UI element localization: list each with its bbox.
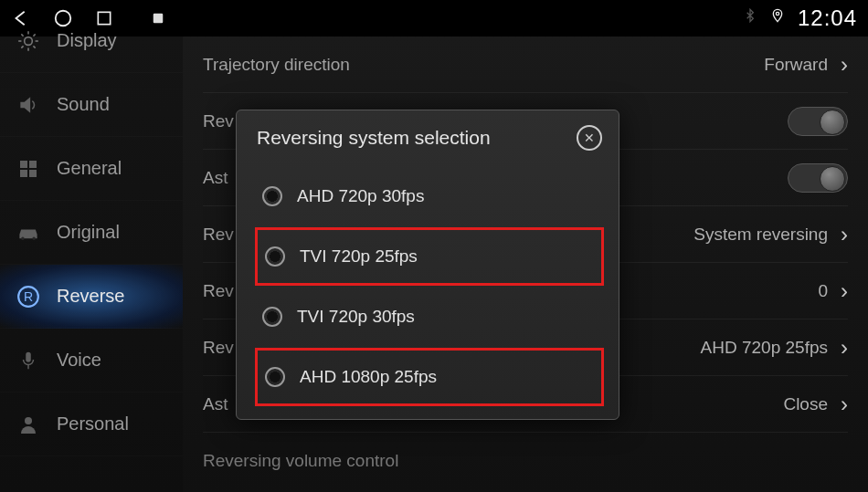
svg-line-11 xyxy=(21,46,23,47)
location-icon xyxy=(770,6,785,30)
option-label: AHD 720p 30fps xyxy=(297,186,424,206)
person-icon xyxy=(15,411,42,438)
sidebar-item-display[interactable]: Display xyxy=(0,9,183,73)
radio-option-tvi-720p-30fps[interactable]: TVI 720p 30fps xyxy=(257,284,602,350)
svg-point-18 xyxy=(32,236,36,240)
svg-point-17 xyxy=(21,236,25,240)
toggle-switch[interactable] xyxy=(788,163,848,193)
setting-value: System reversing xyxy=(693,225,828,245)
sidebar-item-label: General xyxy=(57,158,122,179)
setting-trajectory-direction[interactable]: Trajectory direction Forward › xyxy=(203,37,848,93)
close-button[interactable]: ✕ xyxy=(577,125,602,151)
chevron-right-icon: › xyxy=(841,392,848,417)
chevron-right-icon: › xyxy=(841,52,848,78)
setting-value: 0 xyxy=(818,281,828,301)
svg-line-10 xyxy=(33,46,35,47)
sidebar-item-general[interactable]: General xyxy=(0,137,183,201)
radio-icon xyxy=(265,246,285,267)
reversing-system-dialog: Reversing system selection ✕ AHD 720p 30… xyxy=(236,110,619,420)
grid-icon xyxy=(15,155,42,183)
reverse-icon: R xyxy=(15,283,42,310)
sidebar-item-label: Voice xyxy=(57,350,101,371)
svg-rect-21 xyxy=(26,351,31,361)
setting-value: Forward xyxy=(764,55,828,75)
sidebar-item-label: Original xyxy=(57,222,120,243)
chevron-right-icon: › xyxy=(841,278,848,304)
svg-rect-13 xyxy=(20,161,27,168)
car-icon xyxy=(15,219,42,246)
chevron-right-icon: › xyxy=(841,222,848,247)
svg-line-12 xyxy=(33,34,35,36)
setting-label: Trajectory direction xyxy=(203,55,764,75)
sidebar-item-original[interactable]: Original xyxy=(0,201,183,265)
radio-option-tvi-720p-25fps[interactable]: TVI 720p 25fps xyxy=(255,227,604,286)
brightness-icon xyxy=(15,27,42,55)
sidebar-item-label: Personal xyxy=(57,413,129,434)
sidebar-item-personal[interactable]: Personal xyxy=(0,393,183,456)
setting-value: AHD 720p 25fps xyxy=(701,338,828,358)
svg-line-9 xyxy=(21,34,23,36)
toggle-switch[interactable] xyxy=(788,107,848,136)
dialog-title: Reversing system selection xyxy=(257,127,577,149)
svg-rect-14 xyxy=(29,161,37,168)
option-label: TVI 720p 25fps xyxy=(300,246,418,267)
sidebar-item-label: Display xyxy=(57,30,117,51)
sidebar-item-label: Reverse xyxy=(57,286,124,307)
svg-point-23 xyxy=(25,417,32,424)
option-label: AHD 1080p 25fps xyxy=(300,367,437,387)
setting-value: Close xyxy=(783,394,828,414)
setting-label: Reversing volume control xyxy=(203,451,848,471)
radio-icon xyxy=(265,367,285,387)
sidebar-item-voice[interactable]: Voice xyxy=(0,329,183,393)
svg-point-4 xyxy=(25,37,33,45)
svg-text:R: R xyxy=(24,289,33,304)
radio-option-ahd-1080p-25fps[interactable]: AHD 1080p 25fps xyxy=(255,348,604,406)
chevron-right-icon: › xyxy=(841,335,848,361)
sidebar-item-reverse[interactable]: R Reverse xyxy=(0,265,183,329)
sidebar: Display Sound General Original R Reverse xyxy=(0,37,183,492)
close-icon: ✕ xyxy=(584,131,595,145)
sidebar-item-label: Sound xyxy=(57,94,110,115)
svg-point-3 xyxy=(776,12,778,15)
radio-icon xyxy=(262,186,282,206)
svg-rect-15 xyxy=(20,170,27,177)
bluetooth-icon xyxy=(743,6,757,30)
svg-rect-16 xyxy=(29,170,37,177)
option-label: TVI 720p 30fps xyxy=(297,307,415,327)
microphone-icon xyxy=(15,347,42,374)
setting-reversing-volume[interactable]: Reversing volume control xyxy=(203,433,848,489)
radio-option-ahd-720p-30fps[interactable]: AHD 720p 30fps xyxy=(257,163,602,229)
speaker-icon xyxy=(15,91,42,119)
clock: 12:04 xyxy=(798,5,857,31)
radio-icon xyxy=(262,307,282,327)
sidebar-item-sound[interactable]: Sound xyxy=(0,73,183,137)
